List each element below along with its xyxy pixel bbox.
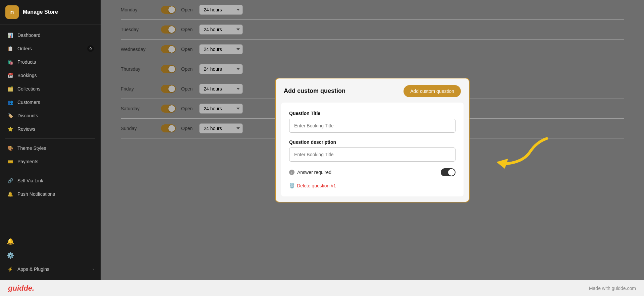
sidebar: n Manage Store 📊 Dashboard 📋 Orders 0 🛍️… — [0, 0, 101, 280]
reviews-icon: ⭐ — [7, 126, 13, 132]
arrow-annotation — [483, 132, 550, 173]
sidebar-item-products[interactable]: 🛍️ Products — [0, 55, 101, 69]
nav-divider-2 — [5, 171, 95, 171]
sidebar-item-payments[interactable]: 💳 Payments — [0, 155, 101, 168]
made-with-text: Made with guidde.com — [589, 286, 636, 291]
sidebar-item-bookings[interactable]: 📅 Bookings — [0, 69, 101, 82]
modal-header: Add custom question Add custom question — [276, 78, 469, 103]
arrow-svg — [483, 132, 550, 172]
sidebar-item-sell-via-link[interactable]: 🔗 Sell Via Link — [0, 174, 101, 187]
question-title-label: Question Title — [289, 111, 455, 116]
sidebar-item-label: Apps & Plugins — [17, 267, 49, 272]
sidebar-item-label: Bookings — [17, 73, 37, 78]
push-notifications-icon: 🔔 — [7, 191, 13, 197]
add-custom-question-button[interactable]: Add custom question — [404, 85, 461, 97]
sidebar-bottom: 🔔 ⚙️ ⚡ Apps & Plugins › — [0, 230, 101, 280]
sidebar-nav: 📊 Dashboard 📋 Orders 0 🛍️ Products 📅 Boo… — [0, 24, 101, 230]
delete-question-label: Delete question #1 — [297, 183, 336, 188]
sidebar-item-label: Reviews — [17, 126, 35, 132]
bookings-icon: 📅 — [7, 72, 13, 79]
sidebar-item-label: Payments — [17, 159, 38, 164]
sidebar-item-label: Push Notifications — [17, 191, 55, 197]
modal-body: Question Title Question description i An… — [281, 103, 464, 196]
guidde-logo: guidde. — [8, 284, 34, 293]
manage-store-label: Manage Store — [23, 9, 58, 15]
trash-icon: 🗑️ — [289, 183, 295, 188]
sidebar-item-label: Orders — [17, 46, 32, 51]
sidebar-item-label: Collections — [17, 86, 40, 92]
products-icon: 🛍️ — [7, 59, 13, 65]
sidebar-item-apps-plugins[interactable]: ⚡ Apps & Plugins › — [0, 262, 101, 276]
modal-overlay: Add custom question Add custom question … — [101, 0, 644, 280]
toggle-knob — [448, 169, 455, 176]
payments-icon: 💳 — [7, 158, 13, 165]
delete-question-button[interactable]: 🗑️ Delete question #1 — [289, 183, 336, 188]
question-desc-label: Question description — [289, 139, 455, 145]
sidebar-item-label: Discounts — [17, 113, 38, 118]
nav-divider-1 — [5, 138, 95, 139]
answer-required-row: i Answer required — [289, 168, 455, 176]
modal-title: Add custom question — [284, 87, 345, 95]
question-desc-input[interactable] — [289, 147, 455, 162]
content-area: Monday Open 24 hours Custom hours Closed… — [101, 0, 644, 280]
orders-icon: 📋 — [7, 45, 13, 52]
bell-icon-item[interactable]: 🔔 — [0, 234, 101, 248]
sidebar-header: n Manage Store — [0, 0, 101, 24]
sidebar-item-theme-styles[interactable]: 🎨 Theme Styles — [0, 141, 101, 155]
sidebar-item-label: Theme Styles — [17, 145, 46, 151]
collections-icon: 🗂️ — [7, 85, 13, 92]
sell-via-link-icon: 🔗 — [7, 177, 13, 184]
settings-icon-item[interactable]: ⚙️ — [0, 248, 101, 262]
theme-styles-icon: 🎨 — [7, 145, 13, 152]
sidebar-item-label: Customers — [17, 100, 40, 105]
answer-required-left: i Answer required — [289, 170, 331, 175]
apps-plugins-icon: ⚡ — [7, 266, 13, 273]
answer-required-label: Answer required — [297, 170, 331, 175]
dashboard-icon: 📊 — [7, 32, 13, 39]
answer-required-toggle[interactable] — [441, 168, 455, 176]
svg-marker-0 — [496, 159, 508, 169]
sidebar-item-label: Products — [17, 59, 36, 65]
discounts-icon: 🏷️ — [7, 112, 13, 119]
footer: guidde. Made with guidde.com — [0, 280, 644, 296]
sidebar-item-customers[interactable]: 👥 Customers — [0, 96, 101, 109]
sidebar-item-push-notifications[interactable]: 🔔 Push Notifications — [0, 187, 101, 201]
customers-icon: 👥 — [7, 99, 13, 106]
sidebar-item-label: Dashboard — [17, 33, 41, 38]
question-title-input[interactable] — [289, 119, 455, 133]
sidebar-item-label: Sell Via Link — [17, 178, 43, 183]
custom-question-modal: Add custom question Add custom question … — [275, 78, 470, 202]
sidebar-item-reviews[interactable]: ⭐ Reviews — [0, 122, 101, 136]
orders-badge: 0 — [87, 45, 94, 52]
sidebar-item-orders[interactable]: 📋 Orders 0 — [0, 42, 101, 55]
apps-plugins-arrow: › — [93, 267, 94, 272]
sidebar-item-collections[interactable]: 🗂️ Collections — [0, 82, 101, 96]
info-icon: i — [289, 170, 294, 175]
sidebar-item-dashboard[interactable]: 📊 Dashboard — [0, 28, 101, 42]
sidebar-item-discounts[interactable]: 🏷️ Discounts — [0, 109, 101, 122]
app-icon: n — [5, 5, 19, 19]
